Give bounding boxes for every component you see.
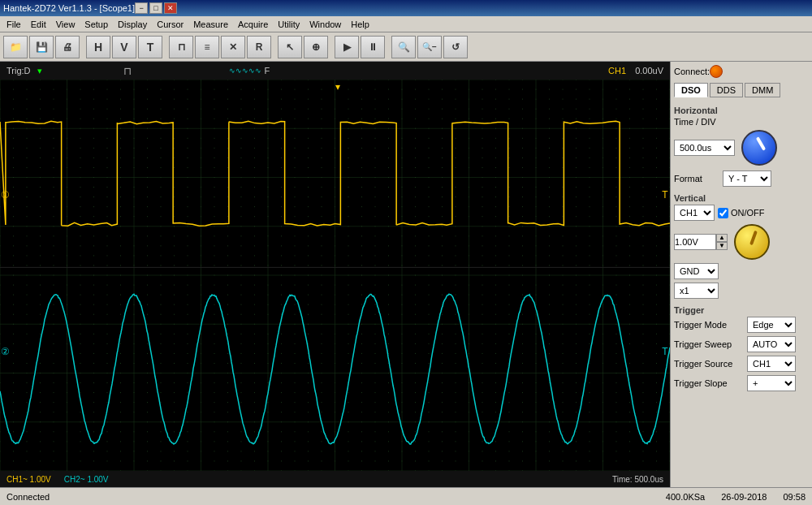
ch1-right-marker: T xyxy=(660,189,670,201)
coupling-select[interactable]: GND DC AC xyxy=(674,263,719,279)
main-area: Trig:D ▾ ⊓ ∿∿∿∿∿ F CH1 0.00uV ① ② T T ▾ … xyxy=(0,62,812,487)
trigger-sweep-label: Trigger Sweep xyxy=(674,339,747,349)
horizontal-label: Horizontal xyxy=(674,106,809,115)
connect-label: Connect: xyxy=(674,67,710,76)
toolbar-add[interactable]: ⊕ xyxy=(304,36,328,58)
menu-display[interactable]: Display xyxy=(113,18,152,31)
connect-indicator xyxy=(710,65,723,78)
voltage-input[interactable] xyxy=(674,234,716,250)
scope-bottom-bar: CH1~ 1.00V CH2~ 1.00V Time: 500.0us xyxy=(0,471,670,487)
waveform-area[interactable]: ① ② T T ▾ xyxy=(0,80,670,471)
menu-setup[interactable]: Setup xyxy=(80,18,113,31)
trigger-source-row: Trigger Source CH1 CH2 EXT xyxy=(674,356,809,372)
tab-dmm[interactable]: DMM xyxy=(745,83,780,97)
tab-row: DSO DDS DMM xyxy=(674,83,809,97)
toolbar-zoom-in[interactable]: 🔍 xyxy=(391,36,416,58)
sample-rate: 400.0KSa xyxy=(666,492,705,502)
voltage-up[interactable]: ▲ xyxy=(716,234,728,242)
coupling-row: GND DC AC xyxy=(674,263,809,279)
f-marker: F xyxy=(265,66,270,76)
scope-top-bar: Trig:D ▾ ⊓ ∿∿∿∿∿ F CH1 0.00uV xyxy=(0,62,670,80)
onoff-row: ON/OFF xyxy=(718,208,765,218)
menu-file[interactable]: File xyxy=(2,18,26,31)
connect-row: Connect: xyxy=(674,65,809,78)
trigger-mode-label: Trigger Mode xyxy=(674,320,747,330)
voltage-spinners: ▲ ▼ xyxy=(716,234,728,250)
status-time: 09:58 xyxy=(783,492,806,502)
probe-select[interactable]: x1 x10 x100 xyxy=(674,283,719,299)
ch1-bottom-info: CH1~ 1.00V xyxy=(6,475,51,484)
menu-cursor[interactable]: Cursor xyxy=(152,18,188,31)
toolbar-refresh[interactable]: ↺ xyxy=(443,36,468,58)
toolbar-x[interactable]: ✕ xyxy=(221,36,245,58)
probe-row: x1 x10 x100 xyxy=(674,283,809,299)
time-div-select[interactable]: 500.0us 200.0us 100.0us 50.0us 1ms xyxy=(674,140,735,156)
statusbar: Connected 400.0KSa 26-09-2018 09:58 xyxy=(0,487,812,505)
trigger-section-label: Trigger xyxy=(674,305,809,315)
toolbar-open[interactable]: 📁 xyxy=(3,36,28,58)
titlebar-controls: − □ ✕ xyxy=(135,2,177,14)
ch1-wave-mini: ∿∿∿∿∿ xyxy=(229,67,261,75)
toolbar-pause[interactable]: ⏸ xyxy=(361,36,385,58)
ref-marker: ⊓ xyxy=(123,65,132,77)
ch1-label: CH1 xyxy=(606,65,628,76)
format-row: Format Y - T X - Y xyxy=(674,170,809,187)
menu-acquire[interactable]: Acquire xyxy=(233,18,273,31)
trigger-source-label: Trigger Source xyxy=(674,359,747,369)
voltage-down[interactable]: ▼ xyxy=(716,242,728,250)
toolbar-run[interactable]: ▶ xyxy=(335,36,359,58)
ch1-marker: ① xyxy=(0,189,10,201)
ch1-value: 0.00uV xyxy=(635,66,663,76)
toolbar-save[interactable]: 💾 xyxy=(29,36,54,58)
close-button[interactable]: ✕ xyxy=(164,2,177,14)
trig-label: Trig:D xyxy=(6,66,31,76)
toolbar-T[interactable]: T xyxy=(138,36,162,58)
horizontal-knob[interactable] xyxy=(741,130,777,166)
trigger-mode-row: Trigger Mode Edge Pulse Video xyxy=(674,317,809,333)
format-select[interactable]: Y - T X - Y xyxy=(723,170,771,187)
trigger-source-select[interactable]: CH1 CH2 EXT xyxy=(747,356,796,372)
trigger-mode-select[interactable]: Edge Pulse Video xyxy=(747,317,796,333)
menu-edit[interactable]: Edit xyxy=(26,18,51,31)
right-panel: Connect: DSO DDS DMM Horizontal Time / D… xyxy=(670,62,812,487)
toolbar-print[interactable]: 🖨 xyxy=(55,36,80,58)
toolbar-reset[interactable]: R xyxy=(247,36,271,58)
time-div-row: Time / DIV xyxy=(674,117,809,127)
ch-select[interactable]: CH1 CH2 xyxy=(674,205,715,221)
voltage-input-row: ▲ ▼ xyxy=(674,234,728,250)
titlebar: Hantek-2D72 Ver1.1.3 - [Scope1] − □ ✕ xyxy=(0,0,812,16)
trigger-sweep-select[interactable]: AUTO NORMAL SINGLE xyxy=(747,336,796,352)
toolbar-lines[interactable]: ≡ xyxy=(195,36,219,58)
trig-indicator: ▾ xyxy=(37,66,42,76)
menu-view[interactable]: View xyxy=(51,18,80,31)
format-label: Format xyxy=(674,174,723,183)
titlebar-title: Hantek-2D72 Ver1.1.3 - [Scope1] xyxy=(3,3,135,13)
toolbar-cursor[interactable]: ↖ xyxy=(278,36,302,58)
onoff-checkbox[interactable] xyxy=(718,208,728,218)
ch2-marker: ② xyxy=(0,346,10,357)
onoff-label: ON/OFF xyxy=(731,208,765,218)
vertical-knob[interactable] xyxy=(734,224,770,260)
restore-button[interactable]: □ xyxy=(149,2,162,14)
menu-help[interactable]: Help xyxy=(346,18,374,31)
menu-measure[interactable]: Measure xyxy=(188,18,233,31)
ch2-bottom-info: CH2~ 1.00V xyxy=(64,475,109,484)
waveform-canvas[interactable] xyxy=(0,80,670,471)
toolbar-V[interactable]: V xyxy=(112,36,136,58)
tab-dso[interactable]: DSO xyxy=(674,83,708,97)
toolbar-H[interactable]: H xyxy=(86,36,110,58)
menu-utility[interactable]: Utility xyxy=(273,18,304,31)
status-connected: Connected xyxy=(6,492,650,502)
menu-window[interactable]: Window xyxy=(304,18,346,31)
ch2-right-marker: T xyxy=(660,346,670,357)
minimize-button[interactable]: − xyxy=(135,2,148,14)
toolbar-zoom-out[interactable]: 🔍− xyxy=(417,36,442,58)
trigger-arrow: ▾ xyxy=(335,81,340,93)
toolbar-pulse[interactable]: ⊓ xyxy=(169,36,193,58)
trigger-slope-select[interactable]: + - xyxy=(747,375,796,391)
trigger-sweep-row: Trigger Sweep AUTO NORMAL SINGLE xyxy=(674,336,809,352)
menubar: File Edit View Setup Display Cursor Meas… xyxy=(0,16,812,32)
tab-dds[interactable]: DDS xyxy=(710,83,743,97)
trigger-slope-row: Trigger Slope + - xyxy=(674,375,809,391)
status-right: 400.0KSa 26-09-2018 09:58 xyxy=(666,492,806,502)
